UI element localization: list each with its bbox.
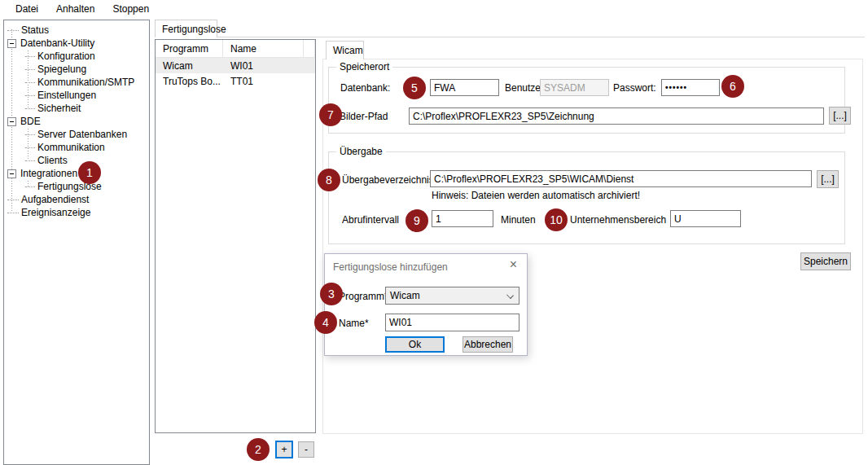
list-row-wicam[interactable]: Wicam WI01	[156, 58, 315, 73]
tree-item-fertigungslose[interactable]: Fertigungslose	[4, 180, 149, 193]
hinweis-text: Hinweis: Dateien werden automatisch arch…	[432, 190, 640, 201]
name-input[interactable]	[385, 314, 519, 331]
abrufintervall-label: Abrufintervall	[342, 214, 399, 226]
tree-item-label: Integrationen	[20, 168, 77, 179]
annotation-badge-7: 7	[319, 103, 342, 126]
list-row-trutops[interactable]: TruTops Bo... TT01	[156, 73, 315, 89]
tab-fertigungslose[interactable]: Fertigungslose	[155, 20, 217, 37]
menu-item-stoppen[interactable]: Stoppen	[105, 2, 156, 16]
tree-item-clients[interactable]: Clients	[4, 154, 149, 167]
group-title: Speicherort	[336, 61, 392, 72]
tree-guide-dash	[25, 82, 35, 83]
tree-guide-dash	[25, 56, 35, 57]
tree-guide-dash	[25, 160, 35, 161]
tree-item-label: Server Datenbanken	[37, 129, 127, 140]
tree-item-label: Ereignisanzeige	[21, 207, 90, 218]
menu-bar: Datei Anhalten Stoppen	[0, 0, 868, 18]
programm-select[interactable]: Wicam	[385, 287, 519, 305]
cancel-button[interactable]: Abbrechen	[462, 336, 513, 353]
cell-name: WI01	[223, 60, 304, 72]
tree-item-integrationen[interactable]: Integrationen	[4, 167, 149, 180]
tree-guide-dash	[7, 30, 19, 31]
unternehmensbereich-input[interactable]	[670, 210, 741, 227]
collapse-minus-icon[interactable]	[7, 117, 16, 126]
remove-entry-button[interactable]: -	[298, 441, 314, 458]
datenbank-input[interactable]	[430, 79, 499, 96]
abrufintervall-input[interactable]	[432, 210, 493, 227]
tree-item-label: Status	[21, 24, 49, 36]
add-entry-button[interactable]: +	[275, 441, 293, 458]
speichern-button[interactable]: Speichern	[800, 252, 851, 270]
column-header-name[interactable]: Name	[223, 40, 304, 57]
tabstrip-divider	[155, 37, 865, 37]
minuten-label: Minuten	[501, 214, 536, 226]
tree-item-server-datenbanken[interactable]: Server Datenbanken	[4, 128, 149, 141]
unternehmensbereich-label: Unternehmensbereich	[570, 214, 666, 226]
cell-programm: Wicam	[156, 60, 223, 72]
programm-label: Programm*	[339, 291, 388, 302]
tree-item-label: Datenbank-Utility	[20, 37, 94, 49]
tree-item-label: Aufgabendienst	[21, 194, 89, 205]
navigation-tree: Status Datenbank-Utility Konfiguration S…	[3, 20, 150, 465]
tree-guide-line	[28, 50, 28, 109]
tree-item-label: Kommunikation/SMTP	[37, 77, 134, 88]
passwort-label: Passwort:	[613, 82, 656, 94]
tree-guide-dash	[25, 186, 35, 187]
column-header-programm[interactable]: Programm	[156, 40, 223, 57]
collapse-minus-icon[interactable]	[7, 39, 16, 48]
uebergabeverzeichnis-input[interactable]	[430, 170, 812, 187]
tree-item-datenbank-utility[interactable]: Datenbank-Utility	[4, 37, 149, 50]
ok-button[interactable]: Ok	[385, 336, 445, 353]
tree-item-ereignisanzeige[interactable]: Ereignisanzeige	[4, 206, 149, 219]
fertigungslose-list[interactable]: Programm Name Wicam WI01 TruTops Bo... T…	[155, 39, 316, 433]
tree-item-label: Konfiguration	[37, 50, 95, 62]
annotation-badge-10: 10	[545, 208, 568, 231]
uebergabeverzeichnis-browse-button[interactable]: [...]	[817, 170, 839, 188]
tree-item-kommunikation[interactable]: Kommunikation	[4, 141, 149, 154]
tab-label: Fertigungslose	[162, 24, 226, 35]
tree-item-label: Spiegelung	[37, 64, 86, 75]
tab-wicam[interactable]: Wicam	[326, 41, 364, 59]
tree-guide-line	[28, 129, 28, 161]
name-label: Name*	[339, 318, 369, 329]
group-title: Übergabe	[336, 146, 386, 157]
tree-guide-dash	[25, 69, 35, 70]
tree-item-sicherheit[interactable]: Sicherheit	[4, 102, 149, 115]
tree-guide-dash	[7, 213, 19, 213]
tree-guide-dash	[25, 95, 35, 96]
tree-item-bde[interactable]: BDE	[4, 115, 149, 128]
benutzer-input	[540, 79, 609, 96]
tree-guide-dash	[25, 134, 35, 135]
cell-programm: TruTops Bo...	[156, 76, 223, 87]
tree-guide-dash	[7, 200, 19, 200]
menu-item-datei[interactable]: Datei	[8, 2, 46, 16]
annotation-badge-2: 2	[247, 438, 270, 461]
close-icon[interactable]: ×	[506, 257, 520, 272]
tree-item-label: Clients	[37, 155, 68, 166]
tree-item-einstellungen[interactable]: Einstellungen	[4, 89, 149, 102]
tree-guide-dash	[25, 108, 35, 109]
menu-item-anhalten[interactable]: Anhalten	[49, 2, 102, 16]
tree-item-label: BDE	[20, 116, 41, 127]
annotation-badge-8: 8	[318, 169, 340, 191]
annotation-badge-4: 4	[314, 311, 337, 334]
tree-item-kommunikation-smtp[interactable]: Kommunikation/SMTP	[4, 76, 149, 89]
list-header: Programm Name	[156, 40, 315, 58]
bilder-pfad-label: Bilder-Pfad	[340, 111, 388, 122]
tree-item-label: Sicherheit	[37, 103, 81, 114]
tree-item-status[interactable]: Status	[4, 24, 149, 37]
tree-item-konfiguration[interactable]: Konfiguration	[4, 50, 149, 63]
tree-item-aufgabendienst[interactable]: Aufgabendienst	[4, 193, 149, 206]
dialog-title: Fertigungslose hinzufügen	[333, 261, 448, 273]
annotation-badge-3: 3	[320, 283, 343, 305]
collapse-minus-icon[interactable]	[7, 169, 16, 178]
column-header-empty	[304, 40, 315, 57]
bilder-pfad-input[interactable]	[409, 107, 824, 125]
bilder-pfad-browse-button[interactable]: [...]	[829, 107, 851, 125]
annotation-badge-5: 5	[403, 77, 426, 99]
passwort-input[interactable]	[661, 79, 720, 96]
annotation-badge-1: 1	[78, 161, 101, 184]
fertigungslose-hinzufuegen-dialog: Fertigungslose hinzufügen × Programm* Wi…	[324, 253, 528, 356]
tree-item-spiegelung[interactable]: Spiegelung	[4, 63, 149, 76]
cell-name: TT01	[223, 76, 304, 87]
